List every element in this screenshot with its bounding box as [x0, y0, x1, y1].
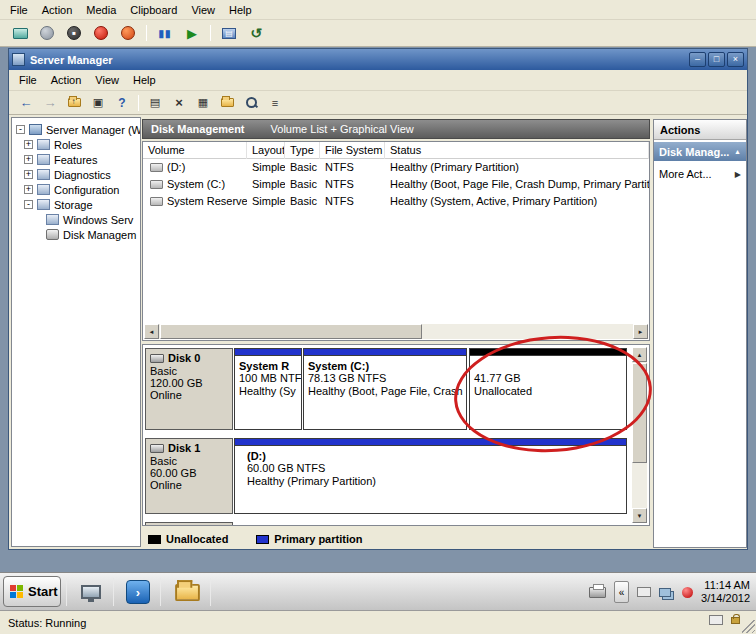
tray-clock[interactable]: 11:14 AM 3/14/2012: [701, 579, 754, 605]
taskbar-divider: [66, 578, 67, 606]
start-button[interactable]: Start: [3, 576, 61, 607]
disk-management-pane: Disk Management Volume List + Graphical …: [142, 115, 650, 548]
expander-icon[interactable]: -: [24, 200, 33, 209]
scrollbar-thumb[interactable]: [160, 324, 422, 339]
horizontal-scrollbar[interactable]: ◄ ►: [144, 324, 648, 339]
volume-row-system-reserved[interactable]: System Reserved Simple Basic NTFS Health…: [143, 193, 649, 210]
column-status[interactable]: Status: [385, 142, 649, 159]
vm-menu-media[interactable]: Media: [80, 2, 124, 18]
status-icon: [709, 615, 723, 625]
expander-icon[interactable]: +: [24, 185, 33, 194]
open-button[interactable]: [216, 93, 238, 113]
start-vm-button[interactable]: ▶: [180, 22, 204, 44]
expander-icon[interactable]: +: [24, 155, 33, 164]
column-layout[interactable]: Layout: [247, 142, 285, 159]
quicklaunch-server-manager[interactable]: [74, 579, 108, 605]
quicklaunch-explorer[interactable]: [170, 579, 204, 605]
scrollbar-thumb[interactable]: [632, 363, 647, 463]
monitor-icon: [13, 28, 28, 39]
server-manager-window: Server Manager – □ × File Action View He…: [8, 48, 748, 550]
scroll-right-button[interactable]: ►: [633, 324, 648, 339]
disk-state: Online: [150, 479, 230, 491]
vm-menu-file[interactable]: File: [4, 2, 36, 18]
turn-off-button[interactable]: [35, 22, 59, 44]
column-type[interactable]: Type: [285, 142, 320, 159]
expander-icon[interactable]: +: [24, 170, 33, 179]
printer-icon[interactable]: [589, 587, 606, 598]
tree-label: Configuration: [54, 184, 119, 196]
pause-icon: ▮▮: [158, 28, 171, 39]
partition-size: 78.13 GB NTFS: [304, 372, 466, 385]
help-button[interactable]: ?: [111, 93, 133, 113]
revert-button[interactable]: ↺: [244, 22, 268, 44]
expander-icon[interactable]: +: [24, 140, 33, 149]
back-button[interactable]: ←: [15, 93, 37, 113]
vm-menu-action[interactable]: Action: [36, 2, 81, 18]
sm-menu-help[interactable]: Help: [127, 72, 164, 88]
tree-item-storage[interactable]: - Storage: [12, 197, 140, 212]
console-tree-button[interactable]: ▤: [144, 93, 166, 113]
vm-menu-help[interactable]: Help: [223, 2, 260, 18]
alert-icon[interactable]: [682, 587, 693, 598]
volume-row-d[interactable]: (D:) Simple Basic NTFS Healthy (Primary …: [143, 159, 649, 176]
keyboard-icon[interactable]: [637, 587, 651, 597]
forward-button[interactable]: →: [39, 93, 61, 113]
scroll-down-button[interactable]: ▼: [632, 508, 647, 523]
partition-unallocated[interactable]: 41.77 GB Unallocated: [469, 348, 627, 430]
sm-menu-action[interactable]: Action: [45, 72, 90, 88]
partition-system-c[interactable]: System (C:) 78.13 GB NTFS Healthy (Boot,…: [303, 348, 467, 430]
cdrom0-label[interactable]: CD-ROM 0: [145, 522, 233, 526]
sm-menu-file[interactable]: File: [13, 72, 45, 88]
quicklaunch-powershell[interactable]: ›: [121, 579, 155, 605]
stop-button[interactable]: ■: [62, 22, 86, 44]
delete-button[interactable]: ×: [168, 93, 190, 113]
pause-button[interactable]: ▮▮: [153, 22, 177, 44]
actions-panel: Actions Disk Manag... ▲ More Act... ▶: [653, 119, 747, 548]
actions-group-disk-management[interactable]: Disk Manag... ▲: [654, 142, 746, 161]
volume-row-system-c[interactable]: System (C:) Simple Basic NTFS Healthy (B…: [143, 176, 649, 193]
tree-item-features[interactable]: + Features: [12, 152, 140, 167]
minimize-button[interactable]: –: [689, 52, 706, 67]
tree-item-disk-management[interactable]: Disk Managem: [12, 227, 140, 242]
snapshot-button[interactable]: ▤: [217, 22, 241, 44]
maximize-button[interactable]: □: [708, 52, 725, 67]
sm-menu-view[interactable]: View: [89, 72, 127, 88]
up-level-button[interactable]: ↑: [63, 93, 85, 113]
partition-system-reserved[interactable]: System R 100 MB NTF Healthy (Sy: [234, 348, 302, 430]
disk1-label[interactable]: Disk 1 Basic 60.00 GB Online: [145, 438, 233, 514]
export-list-button[interactable]: ≡: [264, 93, 286, 113]
partition-d[interactable]: (D:) 60.00 GB NTFS Healthy (Primary Part…: [234, 438, 627, 514]
tree-item-diagnostics[interactable]: + Diagnostics: [12, 167, 140, 182]
tray-chevron-button[interactable]: «: [614, 581, 629, 603]
windows-logo-icon: [10, 585, 23, 598]
ctrl-alt-del-button[interactable]: [8, 22, 32, 44]
scroll-up-button[interactable]: ▲: [632, 347, 647, 362]
vertical-scrollbar[interactable]: ▲ ▼: [632, 347, 647, 523]
more-actions-item[interactable]: More Act... ▶: [654, 165, 746, 183]
scroll-left-button[interactable]: ◄: [144, 324, 159, 339]
find-button[interactable]: [240, 93, 262, 113]
vm-menu-view[interactable]: View: [185, 2, 223, 18]
expander-icon[interactable]: -: [16, 125, 25, 134]
properties-button[interactable]: ▦: [192, 93, 214, 113]
collapse-icon[interactable]: ▲: [734, 148, 741, 155]
partition-status: Healthy (Boot, Page File, Crash D: [304, 385, 466, 398]
lock-icon: [731, 617, 740, 624]
sm-toolbar: ← → ↑ ▣ ? ▤ × ▦ ≡: [9, 91, 747, 115]
network-icon[interactable]: [659, 588, 671, 597]
resize-grip[interactable]: [742, 620, 755, 633]
tree-item-roles[interactable]: + Roles: [12, 137, 140, 152]
show-panes-button[interactable]: ▣: [87, 93, 109, 113]
column-volume[interactable]: Volume: [143, 142, 247, 159]
disk0-label[interactable]: Disk 0 Basic 120.00 GB Online: [145, 348, 233, 430]
column-file-system[interactable]: File System: [320, 142, 385, 159]
close-button[interactable]: ×: [727, 52, 744, 67]
vm-menu-clipboard[interactable]: Clipboard: [124, 2, 185, 18]
tree-item-server-manager[interactable]: - Server Manager (WIN: [12, 122, 140, 137]
tree-item-windows-server-backup[interactable]: Windows Serv: [12, 212, 140, 227]
shutdown-button[interactable]: [89, 22, 113, 44]
reset-button[interactable]: [116, 22, 140, 44]
tree-item-configuration[interactable]: + Configuration: [12, 182, 140, 197]
volume-list-header: Volume Layout Type File System Status: [143, 142, 649, 159]
cell-file-system: NTFS: [320, 176, 385, 193]
